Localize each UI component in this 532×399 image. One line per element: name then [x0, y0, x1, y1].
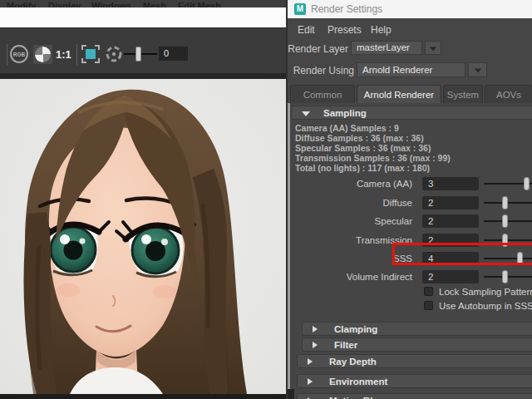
viewport-bottom-edge: [0, 394, 286, 399]
section-environment[interactable]: Environment: [297, 374, 532, 388]
section-motion-blur[interactable]: Motion Blur: [297, 393, 532, 399]
tab-aovs[interactable]: AOVs: [485, 85, 532, 103]
row-camera-aa: Camera (AA) 3: [288, 177, 532, 190]
slider-handle[interactable]: [502, 270, 508, 283]
alpha-quadrant-glyph: [35, 47, 51, 62]
menu-help[interactable]: Help: [371, 24, 392, 36]
menu-modify[interactable]: Modify: [7, 1, 36, 7]
specular-value-field[interactable]: 2: [422, 214, 479, 228]
render-layer-label: Render Layer: [288, 43, 348, 55]
render-settings-menubar: Edit Presets Help: [288, 20, 532, 38]
row-volume-indirect: Volume Indirect 2: [288, 270, 532, 283]
row-label: Transmission: [288, 235, 412, 245]
slider-handle[interactable]: [502, 196, 508, 209]
camera-aa-value-field[interactable]: 3: [422, 177, 479, 190]
render-settings-window: M Render Settings Edit Presets Help Rend…: [286, 0, 532, 399]
expand-arrow-icon: [313, 342, 318, 348]
row-label: Specular: [288, 216, 412, 226]
row-label: Camera (AA): [288, 179, 412, 189]
checkbox-label: Lock Sampling Pattern: [439, 287, 532, 297]
menu-mesh[interactable]: Mesh: [143, 1, 166, 7]
section-title: Clamping: [334, 324, 377, 334]
row-diffuse: Diffuse 2: [288, 196, 532, 209]
volume-indirect-slider[interactable]: [484, 270, 532, 283]
toolbar-separator: [7, 44, 7, 66]
panel-edge-corner: [288, 389, 294, 399]
viewport-top-edge: [0, 73, 286, 79]
section-title: Motion Blur: [329, 396, 382, 399]
section-sampling[interactable]: Sampling: [291, 106, 532, 120]
section-filter[interactable]: Filter: [302, 337, 532, 352]
row-sss: SSS 4: [288, 252, 532, 265]
stat-line: Total (no lights) : 117 (max : 180): [295, 163, 451, 173]
row-transmission: Transmission 2: [288, 234, 532, 247]
render-using-label: Render Using: [288, 65, 354, 76]
row-label: Volume Indirect: [288, 272, 412, 282]
menu-edit[interactable]: Edit: [298, 24, 315, 36]
sampling-stats: Camera (AA) Samples : 9 Diffuse Samples …: [295, 123, 451, 173]
sss-slider[interactable]: [484, 252, 532, 265]
render-settings-tabs: Common Arnold Renderer System AOVs: [288, 85, 532, 103]
checkbox-label: Use Autobump in SSS: [439, 301, 532, 311]
volume-indirect-value-field[interactable]: 2: [422, 270, 479, 283]
render-settings-titlebar[interactable]: M Render Settings: [288, 0, 532, 18]
alpha-channel-icon[interactable]: [33, 45, 52, 64]
lock-sampling-pattern-checkbox[interactable]: [424, 287, 433, 296]
slider-handle[interactable]: [524, 177, 530, 190]
lock-sampling-pattern-row: Lock Sampling Pattern: [288, 286, 532, 298]
render-using-dropdown-arrow[interactable]: [468, 62, 487, 77]
render-using-dropdown[interactable]: Arnold Renderer: [357, 62, 466, 77]
refresh-render-icon[interactable]: [105, 45, 123, 63]
rgb-channels-icon[interactable]: RGB: [10, 45, 28, 63]
render-layer-dropdown-arrow[interactable]: [425, 41, 441, 55]
render-layer-dropdown[interactable]: masterLayer: [351, 41, 422, 55]
camera-aa-slider[interactable]: [484, 177, 532, 190]
slider-handle[interactable]: [502, 214, 508, 228]
screen: { "viewport": { "menubar": ["Modify", "D…: [0, 0, 532, 399]
section-clamping[interactable]: Clamping: [302, 322, 532, 336]
one-to-one-zoom-button[interactable]: 1:1: [56, 48, 71, 61]
collapse-arrow-icon: [302, 111, 310, 116]
maya-app-icon: M: [294, 3, 306, 15]
expand-arrow-icon: [308, 378, 313, 385]
stat-line: Camera (AA) Samples : 9: [295, 123, 451, 133]
section-ray-depth[interactable]: Ray Depth: [297, 354, 532, 368]
expand-arrow-icon: [308, 358, 313, 365]
transmission-slider[interactable]: [484, 234, 532, 247]
row-label: Diffuse: [288, 198, 412, 208]
maya-main-menubar: Modify Display Windows Mesh Edit Mesh: [0, 0, 286, 7]
window-title: Render Settings: [311, 3, 382, 15]
menu-presets[interactable]: Presets: [328, 24, 362, 36]
row-specular: Specular 2: [288, 214, 532, 228]
section-title: Environment: [329, 377, 387, 387]
rendered-character-image: [0, 79, 286, 394]
render-view-titlebar: [0, 7, 286, 27]
render-view-window: Modify Display Windows Mesh Edit Mesh RG…: [0, 0, 286, 399]
slider-handle[interactable]: [502, 234, 508, 247]
transmission-value-field[interactable]: 2: [422, 234, 479, 247]
tab-arnold-renderer[interactable]: Arnold Renderer: [357, 85, 441, 103]
menu-edit-mesh[interactable]: Edit Mesh: [178, 1, 221, 7]
exposure-input[interactable]: 0: [159, 47, 188, 61]
snapshot-region-icon[interactable]: [81, 45, 100, 63]
diffuse-slider[interactable]: [484, 196, 532, 209]
exposure-slider[interactable]: [124, 46, 157, 62]
arnold-tab-content: Sampling Camera (AA) Samples : 9 Diffuse…: [288, 103, 532, 399]
diffuse-value-field[interactable]: 2: [422, 196, 479, 209]
sss-value-field[interactable]: 4: [422, 252, 479, 265]
section-title: Ray Depth: [329, 357, 377, 367]
slider-handle[interactable]: [517, 252, 523, 265]
menu-windows[interactable]: Windows: [91, 1, 131, 7]
section-title: Sampling: [323, 108, 367, 118]
stat-line: Specular Samples : 36 (max : 36): [295, 143, 451, 153]
menu-display[interactable]: Display: [48, 1, 81, 7]
specular-slider[interactable]: [484, 214, 532, 228]
toolbar-separator: [76, 44, 77, 66]
render-view-toolbar: RGB 1:1 0: [0, 27, 286, 74]
exposure-slider-handle[interactable]: [135, 47, 141, 62]
expand-arrow-icon: [313, 326, 318, 332]
use-autobump-row: Use Autobump in SSS: [288, 300, 532, 312]
tab-common[interactable]: Common: [290, 85, 355, 103]
tab-system[interactable]: System: [443, 85, 483, 103]
use-autobump-checkbox[interactable]: [424, 301, 433, 310]
